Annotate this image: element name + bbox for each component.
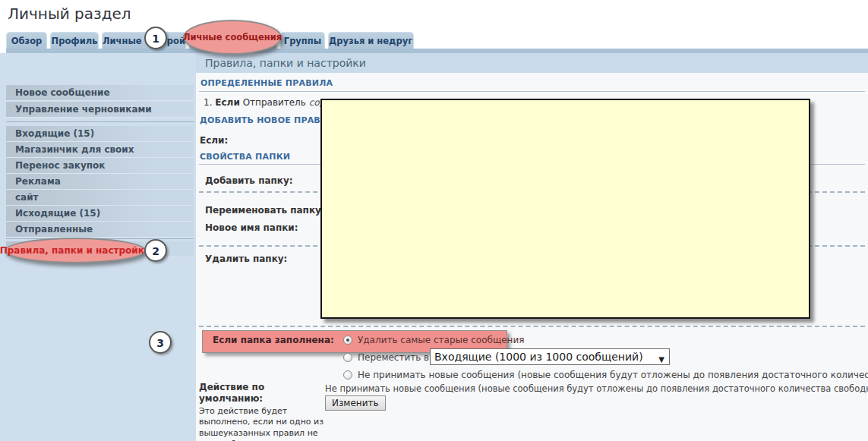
rename-folder-label: Переименовать папку:	[205, 205, 325, 216]
yellow-overlay-box	[320, 99, 810, 319]
default-action-description: Это действие будет выполнено, если ни од…	[199, 406, 327, 441]
step-circle-1: 1	[144, 27, 167, 49]
step-circle-3: 3	[149, 331, 172, 354]
tab-friends-foes[interactable]: Друзья и недруги	[328, 32, 414, 49]
sidebar-item-transfer[interactable]: Перенос закупок	[6, 158, 194, 174]
highlighted-sidebar-label[interactable]: Правила, папки и настройки	[0, 245, 150, 256]
highlight-ellipse-private-messages: Личные сообщения	[183, 20, 282, 55]
sidebar-item-sent[interactable]: Отправленные	[6, 222, 194, 238]
default-action-label: Действие по умолчанию:	[199, 382, 298, 405]
radio-checked-icon[interactable]	[343, 335, 352, 345]
rule-text: Отправитель	[243, 97, 306, 108]
highlight-ellipse-rules: Правила, папки и настройки	[5, 238, 146, 263]
if-label: Если:	[200, 135, 228, 146]
section-defined-rules: ОПРЕДЕЛЕННЫЕ ПРАВИЛА	[200, 78, 333, 88]
content-header: Правила, папки и настройки	[196, 53, 868, 73]
default-action-block: Действие по умолчанию: Это действие буде…	[199, 382, 327, 441]
tab-overview[interactable]: Обзор	[6, 32, 47, 49]
step-circle-2: 2	[144, 239, 167, 262]
option-delete-oldest-label: Удалить самые старые сообщения	[358, 335, 524, 345]
radio-unchecked-icon[interactable]	[343, 353, 352, 362]
tab-profile[interactable]: Профиль	[50, 32, 99, 49]
rule-number: 1.	[204, 97, 212, 108]
tab-groups[interactable]: Группы	[280, 32, 325, 49]
add-folder-label: Добавить папку:	[205, 175, 293, 186]
change-button[interactable]: Изменить	[325, 395, 386, 411]
sidebar-item-inbox[interactable]: Входящие (15)	[6, 126, 194, 142]
new-folder-name-label: Новое имя папки:	[205, 222, 298, 233]
sidebar-item-site[interactable]: сайт	[6, 190, 194, 206]
option-reject-label: Не принимать новые сообщения (новые сооб…	[358, 370, 868, 380]
sidebar-item-shop[interactable]: Магазинчик для своих	[6, 142, 194, 158]
dashed-divider	[199, 326, 865, 327]
radio-unchecked-icon[interactable]	[343, 370, 352, 380]
rule-keyword: Если	[215, 97, 240, 108]
option-delete-oldest[interactable]: Удалить самые старые сообщения	[343, 335, 524, 345]
sidebar-item-new-message[interactable]: Новое сообщение	[6, 85, 194, 101]
folder-full-label: Если папка заполнена:	[213, 335, 334, 345]
page-title: Личный раздел	[8, 5, 131, 23]
sidebar-separator	[6, 121, 194, 122]
folder-select-value: Входящие (1000 из 1000 сообщений)	[434, 351, 643, 363]
sidebar-item-outbox[interactable]: Исходящие (15)	[6, 206, 194, 222]
rule-item: 1. Если Отправитель содер	[204, 97, 337, 108]
folder-select[interactable]: Входящие (1000 из 1000 сообщений) ▼	[430, 348, 670, 365]
section-folder-props: СВОЙСТВА ПАПКИ	[200, 152, 290, 162]
personal-section-page: Личный раздел Обзор Профиль Личные настр…	[0, 0, 868, 441]
chevron-down-icon[interactable]: ▼	[658, 352, 664, 365]
sidebar-item-manage-drafts[interactable]: Управление черновиками	[6, 102, 194, 118]
default-action-current-value: Не принимать новые сообщения (новые сооб…	[325, 383, 868, 394]
highlighted-tab-label[interactable]: Личные сообщения	[183, 32, 282, 43]
delete-folder-label: Удалить папку:	[205, 254, 287, 264]
section-underline	[199, 91, 865, 92]
option-reject-new[interactable]: Не принимать новые сообщения (новые сооб…	[343, 370, 868, 380]
sidebar-item-ads[interactable]: Реклама	[6, 174, 194, 190]
